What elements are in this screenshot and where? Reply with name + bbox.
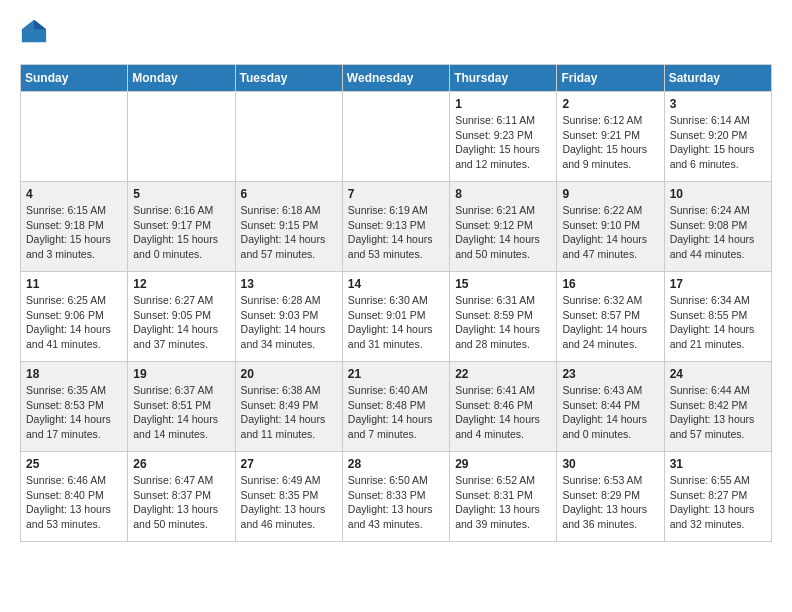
calendar-cell: 25Sunrise: 6:46 AM Sunset: 8:40 PM Dayli…: [21, 452, 128, 542]
calendar-row-0: 1Sunrise: 6:11 AM Sunset: 9:23 PM Daylig…: [21, 92, 772, 182]
calendar-cell: 2Sunrise: 6:12 AM Sunset: 9:21 PM Daylig…: [557, 92, 664, 182]
weekday-header-sunday: Sunday: [21, 65, 128, 92]
day-number: 29: [455, 457, 551, 471]
day-number: 5: [133, 187, 229, 201]
day-number: 1: [455, 97, 551, 111]
day-info: Sunrise: 6:53 AM Sunset: 8:29 PM Dayligh…: [562, 473, 658, 532]
calendar-table: SundayMondayTuesdayWednesdayThursdayFrid…: [20, 64, 772, 542]
day-number: 14: [348, 277, 444, 291]
day-info: Sunrise: 6:32 AM Sunset: 8:57 PM Dayligh…: [562, 293, 658, 352]
calendar-cell: 15Sunrise: 6:31 AM Sunset: 8:59 PM Dayli…: [450, 272, 557, 362]
day-info: Sunrise: 6:38 AM Sunset: 8:49 PM Dayligh…: [241, 383, 337, 442]
calendar-row-1: 4Sunrise: 6:15 AM Sunset: 9:18 PM Daylig…: [21, 182, 772, 272]
day-number: 21: [348, 367, 444, 381]
day-number: 8: [455, 187, 551, 201]
day-number: 19: [133, 367, 229, 381]
calendar-cell: 18Sunrise: 6:35 AM Sunset: 8:53 PM Dayli…: [21, 362, 128, 452]
day-number: 7: [348, 187, 444, 201]
calendar-cell: [235, 92, 342, 182]
calendar-row-2: 11Sunrise: 6:25 AM Sunset: 9:06 PM Dayli…: [21, 272, 772, 362]
svg-marker-1: [34, 20, 46, 29]
calendar-cell: [342, 92, 449, 182]
day-info: Sunrise: 6:34 AM Sunset: 8:55 PM Dayligh…: [670, 293, 766, 352]
day-number: 23: [562, 367, 658, 381]
logo-icon: [20, 18, 48, 46]
day-number: 12: [133, 277, 229, 291]
calendar-cell: [21, 92, 128, 182]
day-info: Sunrise: 6:19 AM Sunset: 9:13 PM Dayligh…: [348, 203, 444, 262]
day-info: Sunrise: 6:35 AM Sunset: 8:53 PM Dayligh…: [26, 383, 122, 442]
calendar-cell: 12Sunrise: 6:27 AM Sunset: 9:05 PM Dayli…: [128, 272, 235, 362]
day-info: Sunrise: 6:31 AM Sunset: 8:59 PM Dayligh…: [455, 293, 551, 352]
day-number: 24: [670, 367, 766, 381]
weekday-header-saturday: Saturday: [664, 65, 771, 92]
weekday-header-tuesday: Tuesday: [235, 65, 342, 92]
day-number: 10: [670, 187, 766, 201]
calendar-cell: 7Sunrise: 6:19 AM Sunset: 9:13 PM Daylig…: [342, 182, 449, 272]
day-info: Sunrise: 6:47 AM Sunset: 8:37 PM Dayligh…: [133, 473, 229, 532]
calendar-header-row: SundayMondayTuesdayWednesdayThursdayFrid…: [21, 65, 772, 92]
day-number: 11: [26, 277, 122, 291]
day-number: 20: [241, 367, 337, 381]
day-info: Sunrise: 6:15 AM Sunset: 9:18 PM Dayligh…: [26, 203, 122, 262]
day-info: Sunrise: 6:43 AM Sunset: 8:44 PM Dayligh…: [562, 383, 658, 442]
day-number: 3: [670, 97, 766, 111]
calendar-cell: [128, 92, 235, 182]
weekday-header-monday: Monday: [128, 65, 235, 92]
calendar-cell: 17Sunrise: 6:34 AM Sunset: 8:55 PM Dayli…: [664, 272, 771, 362]
weekday-header-thursday: Thursday: [450, 65, 557, 92]
calendar-cell: 24Sunrise: 6:44 AM Sunset: 8:42 PM Dayli…: [664, 362, 771, 452]
day-info: Sunrise: 6:37 AM Sunset: 8:51 PM Dayligh…: [133, 383, 229, 442]
calendar-cell: 13Sunrise: 6:28 AM Sunset: 9:03 PM Dayli…: [235, 272, 342, 362]
day-number: 22: [455, 367, 551, 381]
day-info: Sunrise: 6:30 AM Sunset: 9:01 PM Dayligh…: [348, 293, 444, 352]
calendar-cell: 8Sunrise: 6:21 AM Sunset: 9:12 PM Daylig…: [450, 182, 557, 272]
day-info: Sunrise: 6:25 AM Sunset: 9:06 PM Dayligh…: [26, 293, 122, 352]
calendar-cell: 3Sunrise: 6:14 AM Sunset: 9:20 PM Daylig…: [664, 92, 771, 182]
day-number: 31: [670, 457, 766, 471]
day-number: 18: [26, 367, 122, 381]
day-info: Sunrise: 6:18 AM Sunset: 9:15 PM Dayligh…: [241, 203, 337, 262]
day-number: 30: [562, 457, 658, 471]
calendar-cell: 29Sunrise: 6:52 AM Sunset: 8:31 PM Dayli…: [450, 452, 557, 542]
day-number: 17: [670, 277, 766, 291]
day-info: Sunrise: 6:49 AM Sunset: 8:35 PM Dayligh…: [241, 473, 337, 532]
calendar-cell: 9Sunrise: 6:22 AM Sunset: 9:10 PM Daylig…: [557, 182, 664, 272]
day-info: Sunrise: 6:46 AM Sunset: 8:40 PM Dayligh…: [26, 473, 122, 532]
calendar-cell: 16Sunrise: 6:32 AM Sunset: 8:57 PM Dayli…: [557, 272, 664, 362]
day-info: Sunrise: 6:28 AM Sunset: 9:03 PM Dayligh…: [241, 293, 337, 352]
day-info: Sunrise: 6:12 AM Sunset: 9:21 PM Dayligh…: [562, 113, 658, 172]
calendar-cell: 5Sunrise: 6:16 AM Sunset: 9:17 PM Daylig…: [128, 182, 235, 272]
day-number: 13: [241, 277, 337, 291]
day-info: Sunrise: 6:21 AM Sunset: 9:12 PM Dayligh…: [455, 203, 551, 262]
day-info: Sunrise: 6:41 AM Sunset: 8:46 PM Dayligh…: [455, 383, 551, 442]
calendar-cell: 14Sunrise: 6:30 AM Sunset: 9:01 PM Dayli…: [342, 272, 449, 362]
day-number: 16: [562, 277, 658, 291]
weekday-header-wednesday: Wednesday: [342, 65, 449, 92]
day-info: Sunrise: 6:24 AM Sunset: 9:08 PM Dayligh…: [670, 203, 766, 262]
day-info: Sunrise: 6:40 AM Sunset: 8:48 PM Dayligh…: [348, 383, 444, 442]
calendar-cell: 31Sunrise: 6:55 AM Sunset: 8:27 PM Dayli…: [664, 452, 771, 542]
day-number: 4: [26, 187, 122, 201]
page-header: [20, 20, 772, 48]
day-info: Sunrise: 6:16 AM Sunset: 9:17 PM Dayligh…: [133, 203, 229, 262]
calendar-cell: 19Sunrise: 6:37 AM Sunset: 8:51 PM Dayli…: [128, 362, 235, 452]
weekday-header-friday: Friday: [557, 65, 664, 92]
calendar-cell: 6Sunrise: 6:18 AM Sunset: 9:15 PM Daylig…: [235, 182, 342, 272]
calendar-cell: 11Sunrise: 6:25 AM Sunset: 9:06 PM Dayli…: [21, 272, 128, 362]
day-info: Sunrise: 6:27 AM Sunset: 9:05 PM Dayligh…: [133, 293, 229, 352]
calendar-cell: 22Sunrise: 6:41 AM Sunset: 8:46 PM Dayli…: [450, 362, 557, 452]
calendar-row-3: 18Sunrise: 6:35 AM Sunset: 8:53 PM Dayli…: [21, 362, 772, 452]
day-info: Sunrise: 6:55 AM Sunset: 8:27 PM Dayligh…: [670, 473, 766, 532]
day-number: 26: [133, 457, 229, 471]
day-number: 15: [455, 277, 551, 291]
calendar-row-4: 25Sunrise: 6:46 AM Sunset: 8:40 PM Dayli…: [21, 452, 772, 542]
calendar-cell: 4Sunrise: 6:15 AM Sunset: 9:18 PM Daylig…: [21, 182, 128, 272]
day-number: 2: [562, 97, 658, 111]
calendar-cell: 30Sunrise: 6:53 AM Sunset: 8:29 PM Dayli…: [557, 452, 664, 542]
day-number: 28: [348, 457, 444, 471]
logo: [20, 20, 52, 48]
calendar-cell: 1Sunrise: 6:11 AM Sunset: 9:23 PM Daylig…: [450, 92, 557, 182]
day-info: Sunrise: 6:14 AM Sunset: 9:20 PM Dayligh…: [670, 113, 766, 172]
calendar-cell: 23Sunrise: 6:43 AM Sunset: 8:44 PM Dayli…: [557, 362, 664, 452]
